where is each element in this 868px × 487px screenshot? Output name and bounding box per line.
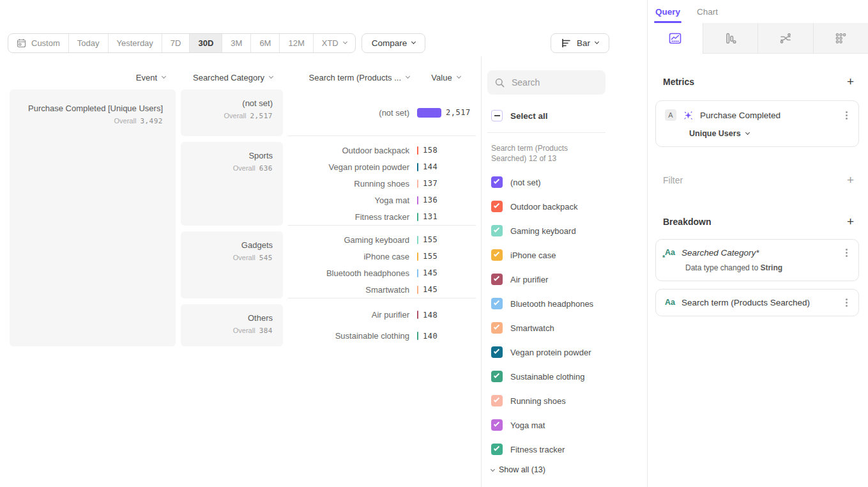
table-row[interactable]: Vegan protein powder 144 xyxy=(288,162,476,172)
add-breakdown-icon[interactable]: + xyxy=(847,215,854,228)
list-item[interactable]: Sustainable clothing xyxy=(491,364,647,389)
item-label: Running shoes xyxy=(510,396,566,406)
table-row[interactable]: Outdoor backpack 158 xyxy=(288,146,476,155)
compare-button[interactable]: Compare xyxy=(362,33,426,53)
date-range-6m[interactable]: 6M xyxy=(251,34,280,52)
chart-type-select[interactable]: Bar xyxy=(551,33,609,53)
table-row[interactable]: iPhone case 155 xyxy=(288,252,476,261)
tab-retention[interactable] xyxy=(813,23,868,54)
tab-funnels[interactable] xyxy=(703,23,758,54)
date-range-yesterday[interactable]: Yesterday xyxy=(109,34,162,52)
funnel-bars-icon xyxy=(723,31,737,45)
list-item[interactable]: Outdoor backpack xyxy=(491,194,647,219)
tab-query[interactable]: Query xyxy=(655,0,680,23)
date-range-custom[interactable]: Custom xyxy=(8,34,69,52)
date-range-3m[interactable]: 3M xyxy=(222,34,251,52)
select-all-checkbox[interactable] xyxy=(491,110,503,121)
list-item[interactable]: Fitness tracker xyxy=(491,437,647,461)
category-cell[interactable]: Others Overall384 xyxy=(181,304,283,346)
list-item[interactable]: Yoga mat xyxy=(491,413,647,437)
show-all-link[interactable]: Show all (13) xyxy=(491,465,647,474)
list-item[interactable]: iPhone case xyxy=(491,243,647,267)
list-item[interactable]: Bluetooth headphones xyxy=(491,291,647,316)
value-number: 2,517 xyxy=(446,108,471,117)
date-range-label: XTD xyxy=(322,38,339,48)
search-box[interactable] xyxy=(487,70,605,95)
column-header-search-term[interactable]: Search term (Products ... xyxy=(288,73,409,82)
chevron-down-icon xyxy=(745,130,750,134)
value-bar xyxy=(417,108,441,118)
category-cell[interactable]: Sports Overall636 xyxy=(181,142,283,226)
date-range-12m[interactable]: 12M xyxy=(280,34,313,52)
check-icon xyxy=(494,226,499,232)
checkbox[interactable] xyxy=(491,444,503,455)
value-bar xyxy=(417,269,418,277)
breakdown-card-searched-category[interactable]: Aa* Searched Category* Data type changed… xyxy=(655,239,859,281)
term-label: Bluetooth headphones xyxy=(288,268,409,278)
list-item[interactable]: Air purifier xyxy=(491,267,647,291)
category-cell[interactable]: Gadgets Overall545 xyxy=(181,231,283,298)
chevron-down-icon xyxy=(162,74,166,79)
checkbox[interactable] xyxy=(491,346,503,358)
checkbox[interactable] xyxy=(491,274,503,285)
term-label: Running shoes xyxy=(288,179,409,189)
table-row[interactable]: Fitness tracker 131 xyxy=(288,212,476,222)
list-item[interactable]: Running shoes xyxy=(491,389,647,413)
event-cell[interactable]: Purchase Completed [Unique Users] Overal… xyxy=(10,89,176,346)
checkbox[interactable] xyxy=(491,225,503,236)
checkbox[interactable] xyxy=(491,395,503,406)
date-range-label: Custom xyxy=(31,38,60,48)
column-header-label: Event xyxy=(136,73,157,82)
column-header-category[interactable]: Searched Category xyxy=(181,73,283,82)
metric-title: Purchase Completed xyxy=(700,111,780,120)
date-range-today[interactable]: Today xyxy=(69,34,109,52)
column-header-event[interactable]: Event xyxy=(10,73,176,82)
chevron-down-icon xyxy=(491,467,495,472)
string-property-icon: Aa xyxy=(665,298,675,307)
add-filter-icon[interactable]: + xyxy=(847,174,854,186)
table-row[interactable]: Sustainable clothing 140 xyxy=(288,331,476,341)
checkbox[interactable] xyxy=(491,201,503,212)
table-row[interactable]: Smartwatch 145 xyxy=(288,285,476,295)
metrics-heading: Metrics xyxy=(663,77,694,87)
tab-insights[interactable] xyxy=(648,23,703,54)
asterisk-icon: * xyxy=(662,254,665,261)
column-header-value[interactable]: Value xyxy=(409,73,476,82)
table-row[interactable]: Bluetooth headphones 145 xyxy=(288,268,476,278)
date-range-7d[interactable]: 7D xyxy=(162,34,190,52)
kebab-menu-icon[interactable] xyxy=(846,302,848,304)
metric-card[interactable]: A Purchase Completed Unique Users xyxy=(655,100,859,147)
select-all-row[interactable]: Select all xyxy=(491,110,647,121)
category-groups: (not set) Overall2,517 (not set) 2,517 S… xyxy=(181,89,476,352)
measure-select[interactable]: Unique Users xyxy=(689,129,849,138)
table-row[interactable]: Air purifier 148 xyxy=(288,310,476,320)
list-item[interactable]: Gaming keyboard xyxy=(491,219,647,243)
kebab-menu-icon[interactable] xyxy=(846,114,848,116)
table-row[interactable]: Gaming keyboard 155 xyxy=(288,235,476,245)
table-row[interactable]: Yoga mat 136 xyxy=(288,196,476,205)
checkbox[interactable] xyxy=(491,322,503,334)
add-metric-icon[interactable]: + xyxy=(847,75,854,88)
checkbox[interactable] xyxy=(491,176,503,188)
list-item[interactable]: Smartwatch xyxy=(491,316,647,340)
tab-flows[interactable] xyxy=(758,23,813,54)
kebab-menu-icon[interactable] xyxy=(846,252,848,254)
tab-chart[interactable]: Chart xyxy=(697,0,718,23)
checkbox[interactable] xyxy=(491,371,503,382)
list-item[interactable]: Vegan protein powder xyxy=(491,340,647,364)
date-range-xtd[interactable]: XTD xyxy=(314,34,355,52)
list-item[interactable]: (not set) xyxy=(491,170,647,194)
check-icon xyxy=(494,396,499,402)
category-cell[interactable]: (not set) Overall2,517 xyxy=(181,89,283,136)
table-row[interactable]: Running shoes 137 xyxy=(288,179,476,189)
breakdown-card-search-term[interactable]: Aa Search term (Products Searched) xyxy=(655,289,859,316)
checkbox[interactable] xyxy=(491,249,503,261)
report-type-tabs xyxy=(648,23,868,54)
divider xyxy=(487,132,605,133)
date-range-30d-selected[interactable]: 30D xyxy=(190,34,222,52)
search-input[interactable] xyxy=(510,77,593,88)
checkbox[interactable] xyxy=(491,298,503,309)
checkbox[interactable] xyxy=(491,419,503,431)
item-label: Sustainable clothing xyxy=(510,372,584,382)
table-row[interactable]: (not set) 2,517 xyxy=(288,108,476,118)
